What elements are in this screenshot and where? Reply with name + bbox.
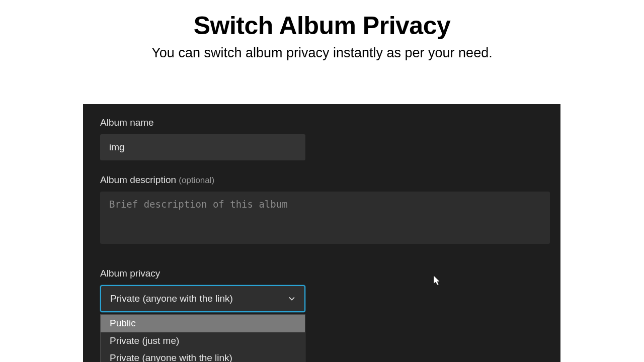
album-privacy-select[interactable]: Private (anyone with the link) [100, 285, 305, 312]
album-description-optional: (optional) [179, 175, 214, 185]
album-settings-panel: Album name Album description (optional) … [83, 104, 560, 362]
page-header: Switch Album Privacy You can switch albu… [0, 0, 644, 61]
album-description-input[interactable] [100, 192, 550, 244]
album-description-group: Album description (optional) [100, 174, 543, 246]
album-privacy-label: Album privacy [100, 268, 543, 279]
page-subtitle: You can switch album privacy instantly a… [0, 45, 644, 61]
album-name-label: Album name [100, 117, 543, 128]
page-title: Switch Album Privacy [0, 11, 644, 40]
chevron-down-icon [288, 295, 295, 302]
album-privacy-select-wrapper: Private (anyone with the link) Public Pr… [100, 285, 305, 312]
album-privacy-dropdown: Public Private (just me) Private (anyone… [100, 314, 305, 362]
album-name-input[interactable] [100, 134, 305, 160]
privacy-option-private-just-me[interactable]: Private (just me) [101, 332, 305, 350]
album-privacy-selected-value: Private (anyone with the link) [110, 293, 233, 304]
album-name-group: Album name [100, 117, 543, 160]
privacy-option-public[interactable]: Public [101, 315, 305, 332]
album-description-label: Album description (optional) [100, 174, 543, 186]
album-description-label-text: Album description [100, 174, 176, 185]
album-privacy-group: Album privacy Private (anyone with the l… [100, 268, 543, 312]
privacy-option-private-link[interactable]: Private (anyone with the link) [101, 349, 305, 362]
